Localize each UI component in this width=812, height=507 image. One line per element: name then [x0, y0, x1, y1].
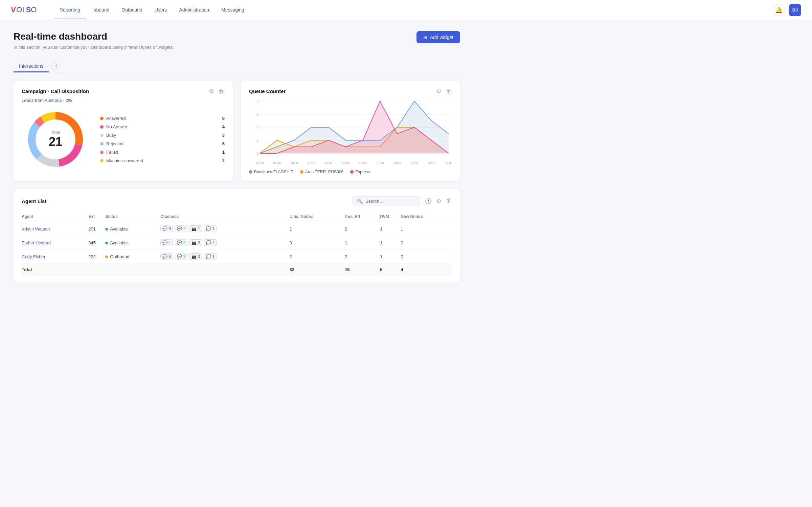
campaign-settings-button[interactable]: ⚙ — [208, 87, 215, 95]
chart-legend-item: Area TERR_POS306 — [300, 170, 343, 174]
queue-delete-button[interactable]: 🗑 — [445, 87, 452, 95]
svg-text:2: 2 — [256, 139, 258, 142]
agent-list-actions: 🕐 ⚙ 🗑 — [424, 197, 452, 205]
agent-new-nmbrs: 0 — [401, 236, 452, 250]
agent-name[interactable]: Cody Fisher — [22, 254, 45, 259]
agent-history-button[interactable]: 🕐 — [424, 197, 432, 205]
tabs: Interactions + — [14, 61, 460, 72]
column-header: Status — [105, 212, 160, 222]
nav-administration[interactable]: Administration — [174, 1, 215, 19]
donut-chart: Total 21 — [22, 106, 89, 173]
agent-dvm: 1 — [380, 222, 401, 236]
add-icon: ⊞ — [423, 35, 427, 40]
svg-text:16:00: 16:00 — [393, 161, 401, 165]
column-header: DVM — [380, 212, 401, 222]
chart-legend-item: Boutiques FLAGSHIP — [249, 170, 293, 174]
svg-text:OI: OI — [16, 5, 24, 14]
campaign-link[interactable]: Leads from Australia - 0% — [22, 98, 225, 103]
agent-channels: 💬 3 💬 3 📷 3 💭 1 — [160, 250, 289, 264]
donut-label: Total — [49, 130, 62, 135]
column-header: Ans. Eff — [345, 212, 380, 222]
campaign-card-title: Campaign - Call Disposition — [22, 88, 89, 94]
agent-ext: 345 — [88, 236, 105, 250]
queue-card-title: Queue Counter — [249, 88, 286, 94]
campaign-delete-button[interactable]: 🗑 — [218, 87, 225, 95]
main-content: Real-time dashboard In this section, you… — [0, 20, 474, 293]
campaign-card: Campaign - Call Disposition ⚙ 🗑 Leads fr… — [14, 81, 233, 181]
column-header: Ext — [88, 212, 105, 222]
svg-text:8: 8 — [256, 100, 258, 103]
agent-new-nmbrs: 0 — [401, 250, 452, 264]
svg-text:12:00: 12:00 — [325, 161, 333, 165]
total-label: Total — [22, 264, 88, 276]
agent-uniq: 2 — [289, 250, 345, 264]
notifications-button[interactable]: 🔔 — [773, 4, 785, 16]
search-input[interactable] — [365, 199, 416, 204]
svg-text:V: V — [11, 5, 16, 14]
agent-name[interactable]: Esther Howard — [22, 240, 51, 245]
campaign-card-actions: ⚙ 🗑 — [208, 87, 225, 95]
legend-item: Answered 6 — [100, 114, 225, 123]
svg-text:19:00: 19:00 — [445, 161, 452, 165]
queue-settings-button[interactable]: ⚙ — [436, 87, 442, 95]
chart-legend-item: Express — [350, 170, 370, 174]
legend-item: Failed 1 — [100, 148, 225, 156]
agent-status: Outbound — [105, 250, 160, 264]
svg-text:17:00: 17:00 — [410, 161, 418, 165]
agent-ext: 201 — [88, 222, 105, 236]
agent-settings-button[interactable]: ⚙ — [436, 197, 442, 205]
queue-card-actions: ⚙ 🗑 — [436, 87, 452, 95]
legend-item: Machine answered 2 — [100, 156, 225, 165]
svg-text:O: O — [31, 5, 37, 14]
nav-reporting[interactable]: Reporting — [54, 1, 86, 19]
svg-text:18:00: 18:00 — [428, 161, 435, 165]
widgets-row: Campaign - Call Disposition ⚙ 🗑 Leads fr… — [14, 81, 460, 181]
agent-list-card: Agent List 🔍 🕐 ⚙ 🗑 AgentExtStatusChannel… — [14, 189, 460, 283]
svg-text:15:00: 15:00 — [376, 161, 384, 165]
user-avatar[interactable]: BJ — [789, 4, 801, 16]
nav-inbound[interactable]: Inbound — [87, 1, 115, 19]
queue-card: Queue Counter ⚙ 🗑 0246808:0009:0010:0011… — [241, 81, 460, 181]
agent-dvm: 1 — [380, 250, 401, 264]
nav-right: 🔔 BJ — [773, 4, 801, 16]
agent-ans-eff: 1 — [345, 236, 380, 250]
tab-interactions[interactable]: Interactions — [14, 61, 49, 72]
total-ans-eff: 16 — [345, 264, 380, 276]
legend: Answered 6 No Answer 4 Busy 3 Rejected 5 — [100, 114, 225, 165]
column-header: Channels — [160, 212, 289, 222]
nav-links: Reporting Inbound Outbound Users Adminis… — [54, 1, 773, 19]
agent-uniq: 3 — [289, 236, 345, 250]
search-wrap: 🔍 — [353, 196, 420, 206]
svg-text:6: 6 — [256, 113, 258, 116]
table-row: Kristin Watson 201 Available 💬 3 💬 2 📷 1… — [22, 222, 452, 236]
agent-name[interactable]: Kristin Watson — [22, 226, 50, 232]
svg-text:4: 4 — [256, 126, 258, 129]
add-tab-button[interactable]: + — [51, 62, 61, 71]
page-title: Real-time dashboard — [14, 31, 174, 42]
svg-text:08:00: 08:00 — [256, 161, 264, 165]
add-widget-label: Add widget — [430, 35, 453, 40]
table-row: Esther Howard 345 Available 💬 1 💬 2 📷 2 … — [22, 236, 452, 250]
agent-channels: 💬 1 💬 2 📷 2 💭 4 — [160, 236, 289, 250]
agent-delete-button[interactable]: 🗑 — [445, 197, 452, 205]
column-header: Agent — [22, 212, 88, 222]
agent-status: Available — [105, 236, 160, 250]
svg-text:09:00: 09:00 — [273, 161, 281, 165]
column-header: Uniq. Nmbrs — [289, 212, 345, 222]
legend-item: No Answer 4 — [100, 123, 225, 131]
nav-messaging[interactable]: Messaging — [216, 1, 250, 19]
donut-value: 21 — [49, 135, 62, 149]
queue-card-header: Queue Counter ⚙ 🗑 — [249, 87, 452, 95]
add-widget-button[interactable]: ⊞ Add widget — [416, 31, 460, 43]
svg-text:11:00: 11:00 — [308, 161, 315, 165]
nav-users[interactable]: Users — [149, 1, 173, 19]
legend-item: Busy 3 — [100, 131, 225, 139]
donut-section: Total 21 Answered 6 No Answer 4 Busy — [22, 106, 225, 173]
nav-outbound[interactable]: Outbound — [116, 1, 148, 19]
agent-ans-eff: 2 — [345, 250, 380, 264]
agent-table: AgentExtStatusChannelsUniq. NmbrsAns. Ef… — [22, 212, 452, 276]
table-row: Cody Fisher 232 Outbound 💬 3 💬 3 📷 3 💭 1… — [22, 250, 452, 264]
svg-text:0: 0 — [256, 152, 258, 155]
column-header: New Nmbrs — [401, 212, 452, 222]
navbar: V OI S O Reporting Inbound Outbound User… — [0, 0, 812, 20]
